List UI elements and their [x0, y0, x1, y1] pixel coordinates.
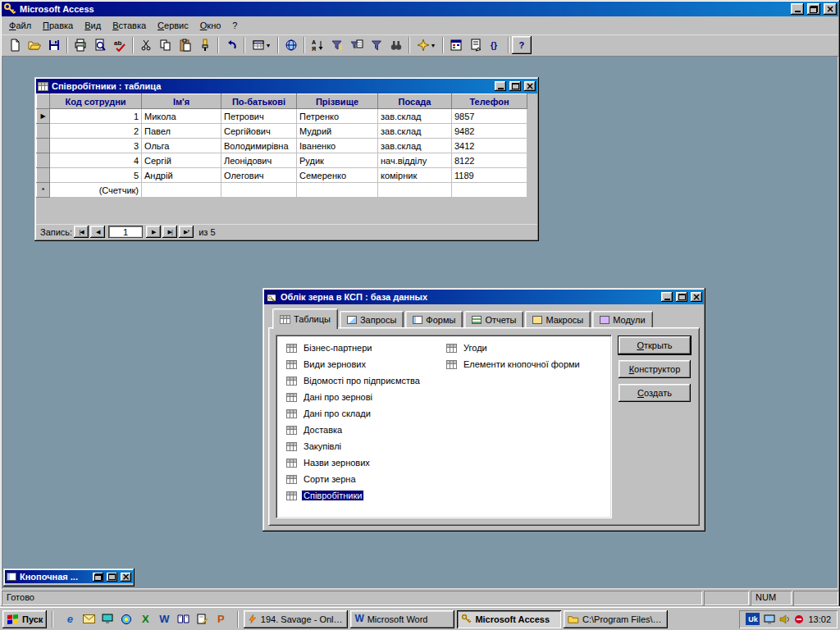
db-window-titlebar[interactable]: Облік зерна в КСП : база данных ×: [264, 290, 704, 304]
previous-record-button[interactable]: ◀: [90, 226, 105, 238]
list-item[interactable]: Угоди: [446, 340, 609, 356]
open-table-button[interactable]: Открыть: [619, 336, 691, 354]
column-header[interactable]: По-батькові: [221, 94, 297, 109]
min-restore-button[interactable]: [93, 573, 103, 582]
apply-filter-button[interactable]: [367, 36, 386, 54]
cell[interactable]: Рудик: [297, 153, 378, 168]
record-selector[interactable]: [37, 124, 50, 139]
list-item[interactable]: Елементи кнопочної форми: [446, 356, 609, 372]
record-selector[interactable]: [37, 139, 50, 153]
next-record-button[interactable]: ▶: [146, 226, 161, 238]
table-minimize-button[interactable]: [495, 81, 506, 91]
print-button[interactable]: [71, 36, 90, 54]
list-item[interactable]: Доставка: [286, 422, 446, 438]
new-record-selector[interactable]: *: [37, 183, 50, 198]
min-maximize-button[interactable]: [107, 573, 117, 582]
table-maximize-button[interactable]: [509, 81, 521, 91]
db-minimize-button[interactable]: [661, 292, 673, 302]
cell[interactable]: (Счетчик): [50, 183, 142, 198]
last-record-button[interactable]: ▶|: [162, 226, 177, 238]
new-record-button[interactable]: ▶*: [179, 226, 194, 238]
cell[interactable]: Семеренко: [297, 168, 378, 183]
cell[interactable]: 1189: [452, 168, 527, 183]
list-item[interactable]: Закупівлі: [286, 438, 446, 454]
quicklaunch-schedule-icon[interactable]: [175, 611, 191, 628]
tab-reports[interactable]: Отчеты: [464, 311, 523, 327]
cell[interactable]: 8122: [452, 153, 527, 168]
app-titlebar[interactable]: Microsoft Access ×: [2, 2, 838, 16]
cell[interactable]: зав.склад: [378, 139, 452, 153]
app-close-button[interactable]: ×: [824, 3, 837, 15]
db-close-button[interactable]: ×: [691, 292, 702, 302]
view-button[interactable]: ▼: [248, 36, 275, 54]
current-record-input[interactable]: 1: [108, 226, 143, 238]
cell[interactable]: 1: [50, 109, 142, 124]
first-record-button[interactable]: |◀: [74, 226, 89, 238]
copy-button[interactable]: [156, 36, 176, 54]
volume-icon[interactable]: [779, 614, 790, 624]
column-header[interactable]: Телефон: [452, 94, 527, 109]
tab-macros[interactable]: Макросы: [525, 311, 591, 327]
cell[interactable]: Сергійович: [221, 124, 297, 139]
cell[interactable]: нач.відділу: [378, 153, 452, 168]
task-word[interactable]: W Microsoft Word: [350, 610, 454, 628]
cell[interactable]: Петренко: [297, 109, 378, 124]
tables-list[interactable]: Бізнес-партнери Види зернових Відомості …: [276, 335, 612, 518]
cell[interactable]: комірник: [378, 168, 452, 183]
tab-queries[interactable]: Запросы: [340, 311, 404, 327]
list-item[interactable]: Сорти зерна: [286, 471, 446, 487]
properties-button[interactable]: [466, 36, 486, 54]
new-object-button[interactable]: ▼: [413, 36, 440, 54]
column-header[interactable]: Посада: [378, 94, 452, 109]
cut-button[interactable]: [136, 36, 156, 54]
quicklaunch-ie-icon[interactable]: e: [62, 611, 78, 628]
list-item[interactable]: Назви зернових: [286, 454, 446, 471]
list-item[interactable]: Види зернових: [286, 356, 446, 372]
minimized-window[interactable]: Кнопочная ... ×: [3, 568, 135, 587]
table-close-button[interactable]: ×: [524, 81, 536, 91]
record-selector[interactable]: [37, 153, 50, 168]
antivirus-tray-icon[interactable]: [794, 614, 804, 624]
cell[interactable]: 3412: [452, 139, 527, 153]
minimized-window-titlebar[interactable]: Кнопочная ... ×: [5, 570, 133, 583]
app-minimize-button[interactable]: [791, 3, 804, 15]
database-window-button[interactable]: [446, 36, 466, 54]
table-window-titlebar[interactable]: Співробітники : таблица ×: [36, 79, 537, 94]
open-button[interactable]: [25, 36, 44, 54]
cell[interactable]: 4: [50, 153, 142, 168]
language-indicator[interactable]: Uk: [746, 613, 760, 625]
cell[interactable]: 2: [50, 124, 142, 139]
cell[interactable]: [378, 183, 452, 198]
design-button[interactable]: Конструктор: [619, 360, 691, 378]
tab-modules[interactable]: Модули: [592, 311, 652, 327]
list-item[interactable]: Бізнес-партнери: [286, 340, 446, 356]
cell[interactable]: [221, 183, 297, 198]
filter-by-form-button[interactable]: [347, 36, 367, 54]
menu-window[interactable]: Окно: [194, 18, 227, 33]
sort-ascending-button[interactable]: АЯ: [308, 36, 327, 54]
menu-help[interactable]: ?: [226, 18, 243, 33]
display-settings-icon[interactable]: [764, 614, 775, 624]
list-item[interactable]: Дані про зернові: [286, 389, 446, 405]
record-selector[interactable]: [37, 168, 50, 183]
quicklaunch-outlook-icon[interactable]: [80, 611, 97, 628]
cell[interactable]: Павел: [142, 124, 221, 139]
menu-view[interactable]: Вид: [79, 18, 107, 33]
list-item[interactable]: Відомості про підприємства: [286, 372, 446, 389]
spelling-button[interactable]: ab: [110, 36, 130, 54]
cell[interactable]: Микола: [142, 109, 221, 124]
cell[interactable]: Володимирівна: [221, 139, 297, 153]
menu-edit[interactable]: Правка: [37, 18, 79, 33]
clock[interactable]: 13:02: [808, 614, 831, 624]
help-button[interactable]: ?: [512, 36, 532, 54]
undo-button[interactable]: [221, 36, 241, 54]
quicklaunch-word-icon[interactable]: W: [156, 611, 172, 628]
save-button[interactable]: [44, 36, 64, 54]
tab-tables[interactable]: Таблицы: [272, 308, 338, 329]
cell[interactable]: зав.склад: [378, 124, 452, 139]
task-explorer-folder[interactable]: C:\Program Files\A...: [564, 610, 668, 628]
start-button[interactable]: Пуск: [2, 610, 47, 628]
code-button[interactable]: {}: [486, 36, 505, 54]
cell[interactable]: 3: [50, 139, 142, 153]
task-winamp[interactable]: 194. Savage - Only ...: [244, 610, 348, 628]
